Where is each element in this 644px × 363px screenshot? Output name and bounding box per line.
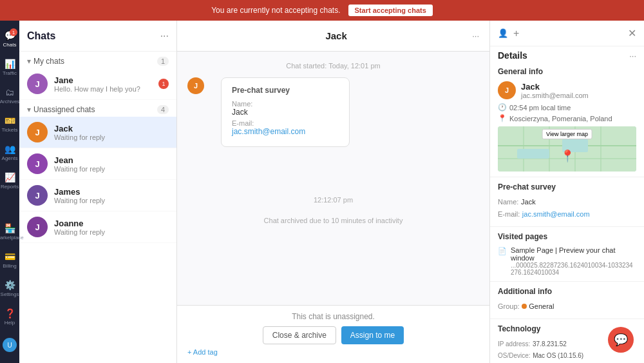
map-container: 📍 View larger map: [498, 126, 636, 172]
assign-to-me-button[interactable]: Assign to me: [341, 326, 404, 344]
additional-info-section: Additional info Group: General: [490, 282, 644, 319]
chat-item-joanne[interactable]: J Joanne Waiting for reply: [19, 211, 176, 243]
view-larger-map-button[interactable]: View larger map: [542, 129, 592, 139]
pre-chat-row: J Pre-chat survey Name: Jack E-mail: jac…: [187, 77, 350, 157]
chats-menu-icon[interactable]: ···: [160, 30, 169, 42]
pre-chat-name-field: Name: Jack: [232, 100, 339, 117]
chat-item-jane[interactable]: J Jane Hello. How may I help you? 1: [19, 68, 176, 100]
traffic-icon: 📊: [5, 59, 15, 69]
chat-started-label: Chat started: Today, 12:01 pm: [286, 62, 380, 70]
os-label: OS/Device:: [498, 352, 531, 359]
joanne-name: Joanne: [54, 219, 169, 228]
map-pin: 📍: [560, 149, 574, 163]
avatar-jack: J: [27, 122, 48, 142]
support-chat-button[interactable]: 💬: [608, 327, 634, 353]
archive-time: 12:12:07 pm: [264, 196, 403, 204]
page-icon: 📄: [498, 247, 507, 255]
close-archive-button[interactable]: Close & archive: [263, 326, 336, 344]
help-nav-label: Help: [5, 320, 15, 326]
local-time-row: 🕐 02:54 pm local time: [498, 103, 636, 112]
group-field: Group: General: [498, 301, 636, 311]
chats-badge: 1: [10, 28, 17, 36]
start-accepting-button[interactable]: Start accepting chats: [348, 5, 433, 16]
pre-chat-name-value: Jack: [232, 108, 339, 117]
chat-item-jean[interactable]: J Jean Waiting for reply: [19, 148, 176, 180]
add-button[interactable]: +: [513, 28, 519, 39]
sidebar-item-traffic[interactable]: 📊 Traffic: [1, 54, 19, 80]
my-chats-label: ▾ My chats: [27, 57, 64, 66]
billing-icon: 💳: [5, 251, 15, 262]
chat-messages-wrapper: Chat started: Today, 12:01 pm J Pre-chat…: [177, 52, 489, 305]
sidebar-item-billing[interactable]: 💳 Billing: [1, 247, 19, 273]
close-details-icon[interactable]: ✕: [628, 27, 636, 39]
visited-pages-section: Visited pages 📄 Sample Page | Preview yo…: [490, 227, 644, 282]
survey-email-field: E-mail: jac.smith@email.com: [498, 209, 636, 219]
jane-preview: Hello. How may I help you?: [54, 85, 152, 93]
unassigned-notice: This chat is unassigned.: [187, 312, 479, 321]
avatar-james: J: [27, 185, 48, 206]
visited-pages-title: Visited pages: [498, 232, 636, 241]
pre-chat-survey-title: Pre-chat survey: [498, 182, 636, 191]
sidebar-item-archives[interactable]: 🗂 Archives: [1, 83, 19, 108]
details-title: Details: [498, 50, 527, 61]
details-header: 👤 + ✕: [490, 21, 644, 46]
general-info-section: General info J Jack jac.smith@email.com …: [490, 62, 644, 177]
details-more-icon[interactable]: ···: [629, 51, 636, 61]
add-person-icon[interactable]: 👤: [498, 28, 508, 38]
group-dot: [522, 304, 527, 309]
jean-chat-info: Jean Waiting for reply: [54, 155, 169, 173]
chats-nav-label: Chats: [3, 42, 17, 48]
details-user-name: Jack: [521, 82, 589, 92]
archive-info: 12:12:07 pm Chat archived due to 10 minu…: [264, 183, 403, 224]
unassigned-chats-label: ▾ Unassigned chats: [27, 105, 95, 114]
sidebar-item-marketplace[interactable]: 🏪 Marketplace: [1, 219, 19, 244]
tickets-nav-label: Tickets: [1, 127, 17, 133]
jane-meta: 1: [158, 79, 169, 89]
settings-icon: ⚙️: [5, 280, 15, 290]
location-row: 📍 Koscierzyna, Pomerania, Poland: [498, 114, 636, 123]
unassigned-chats-count: 4: [157, 105, 169, 114]
chat-item-jack[interactable]: J Jack Waiting for reply: [19, 117, 176, 148]
details-panel: 👤 + ✕ Details ··· General info J Jack ja…: [489, 21, 644, 363]
jane-name: Jane: [54, 75, 152, 85]
chat-footer: This chat is unassigned. Close & archive…: [177, 305, 489, 363]
visited-page-row: 📄 Sample Page | Preview your chat window…: [498, 246, 636, 276]
sidebar-item-tickets[interactable]: 🎫 Tickets: [1, 111, 19, 137]
add-tag-link[interactable]: + Add tag: [187, 348, 218, 356]
pre-chat-card: Pre-chat survey Name: Jack E-mail: jac.s…: [221, 77, 350, 147]
jack-avatar-small: J: [187, 77, 204, 94]
location-value: Koscierzyna, Pomerania, Poland: [509, 115, 612, 123]
tickets-icon: 🎫: [5, 115, 15, 126]
sidebar-item-reports[interactable]: 📈 Reports: [1, 168, 19, 193]
chat-item-james[interactable]: J James Waiting for reply: [19, 180, 176, 211]
avatar-jane: J: [27, 74, 48, 94]
group-label: Group:: [498, 302, 520, 310]
chat-main-header: Jack ···: [177, 21, 489, 52]
nav-sidebar: 💬 Chats 1 📊 Traffic 🗂 Archives 🎫 Tickets…: [0, 21, 19, 363]
details-header-icons: 👤 +: [498, 28, 519, 39]
details-user-name-email: Jack jac.smith@email.com: [521, 82, 589, 99]
archives-icon: 🗂: [5, 87, 14, 97]
sidebar-item-chats[interactable]: 💬 Chats 1: [1, 26, 19, 52]
pre-chat-card-title: Pre-chat survey: [232, 86, 339, 95]
survey-email-value: jac.smith@email.com: [522, 210, 590, 218]
user-info-row: J Jack jac.smith@email.com: [498, 81, 636, 99]
chat-more-icon[interactable]: ···: [472, 31, 479, 41]
archive-notice: Chat archived due to 10 minutes of inact…: [264, 217, 403, 224]
chat-main: Jack ··· Chat started: Today, 12:01 pm J…: [177, 21, 489, 363]
chat-main-icons: ···: [472, 31, 479, 41]
top-banner: You are currently not accepting chats. S…: [0, 0, 644, 21]
chats-panel-title: Chats: [27, 30, 55, 42]
ip-value: 37.8.231.52: [533, 340, 567, 348]
pre-chat-email-value: jac.smith@email.com: [232, 127, 339, 136]
sidebar-item-profile[interactable]: U: [1, 332, 19, 358]
james-name: James: [54, 187, 169, 197]
page-info: Sample Page | Preview your chat window .…: [511, 246, 636, 276]
chats-panel-header: Chats ···: [19, 21, 176, 52]
sidebar-item-agents[interactable]: 👥 Agents: [1, 139, 19, 165]
sidebar-item-help[interactable]: ❓ Help: [1, 304, 19, 329]
ip-label: IP address:: [498, 340, 530, 348]
banner-text: You are currently not accepting chats.: [211, 6, 340, 15]
james-chat-info: James Waiting for reply: [54, 187, 169, 204]
sidebar-item-settings[interactable]: ⚙️ Settings: [1, 275, 19, 301]
